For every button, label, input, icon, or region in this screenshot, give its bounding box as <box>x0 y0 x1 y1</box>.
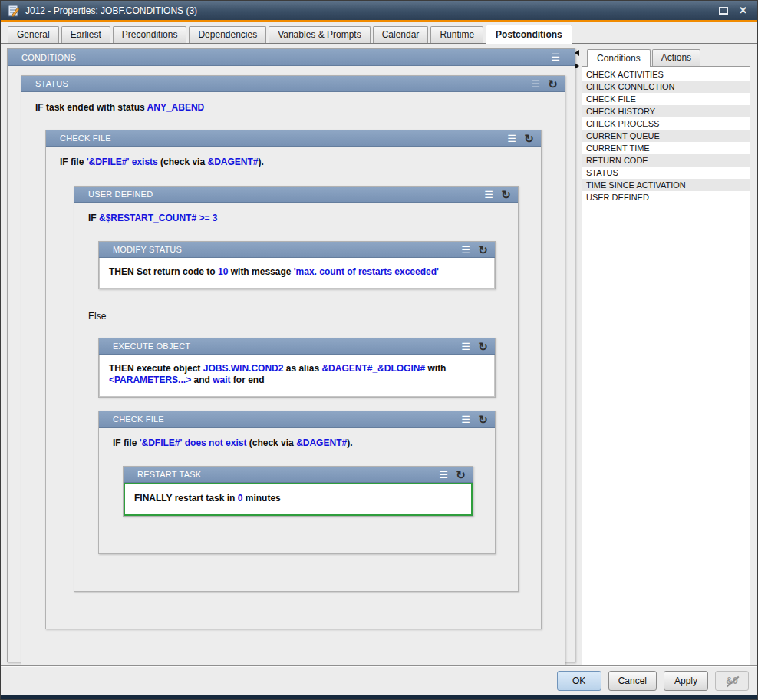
apply-button[interactable]: Apply <box>664 671 708 691</box>
modify-status-block: MODIFY STATUS ☰ ↻ THEN Set return code t… <box>98 241 496 289</box>
tab-variables-prompts[interactable]: Variables & Prompts <box>269 26 371 43</box>
tab-earliest[interactable]: Earliest <box>61 26 110 43</box>
block-header-conditions[interactable]: CONDITIONS ☰ <box>8 49 575 66</box>
refresh-icon[interactable]: ↻ <box>501 189 511 200</box>
restart-task-block: RESTART TASK ☰ ↻ FINALLY restart task in… <box>123 466 473 517</box>
menu-icon[interactable]: ☰ <box>439 470 448 480</box>
block-header-restart-task[interactable]: RESTART TASK ☰ ↻ <box>124 467 473 483</box>
block-title: CONDITIONS <box>21 53 76 62</box>
menu-icon[interactable]: ☰ <box>531 79 540 89</box>
block-header-modify-status[interactable]: MODIFY STATUS ☰ ↻ <box>99 242 495 258</box>
block-header-user-defined[interactable]: USER DEFINED ☰ ↻ <box>74 187 518 203</box>
close-button[interactable]: ✕ <box>739 5 747 15</box>
block-title: CHECK FILE <box>60 134 111 143</box>
variables-toggle-button[interactable]: &0 <box>715 671 749 691</box>
tab-preconditions[interactable]: Preconditions <box>113 26 187 43</box>
block-header-check-file[interactable]: CHECK FILE ☰ ↻ <box>46 130 541 147</box>
palette-list: CHECK ACTIVITIES CHECK CONNECTION CHECK … <box>582 66 750 667</box>
user-defined-condition-text[interactable]: IF &$RESTART_COUNT# >= 3 <box>88 213 507 224</box>
block-title: EXECUTE OBJECT <box>113 342 190 351</box>
palette-item-check-process[interactable]: CHECK PROCESS <box>582 117 750 130</box>
block-title: MODIFY STATUS <box>113 245 182 254</box>
collapse-right-icon[interactable] <box>575 63 579 69</box>
dialog-button-bar: OK Cancel Apply &0 <box>1 665 757 695</box>
block-header-execute-object[interactable]: EXECUTE OBJECT ☰ ↻ <box>99 338 495 355</box>
palette-item-check-connection[interactable]: CHECK CONNECTION <box>582 81 750 93</box>
execute-object-action-text[interactable]: THEN execute object JOBS.WIN.COND2 as al… <box>99 355 495 397</box>
palette-item-check-file[interactable]: CHECK FILE <box>582 93 750 105</box>
tab-dependencies[interactable]: Dependencies <box>189 26 266 43</box>
restart-task-action-text[interactable]: FINALLY restart task in 0 minutes <box>124 483 473 516</box>
properties-window: J012 - Properties: JOBF.CONDITIONS (3) ✕… <box>0 0 758 700</box>
window-title: J012 - Properties: JOBF.CONDITIONS (3) <box>25 5 714 16</box>
block-header-check-file[interactable]: CHECK FILE ☰ ↻ <box>99 411 495 428</box>
execute-object-block: EXECUTE OBJECT ☰ ↻ THEN execute object J… <box>98 338 496 398</box>
refresh-icon[interactable]: ↻ <box>456 469 466 480</box>
palette-item-user-defined[interactable]: USER DEFINED <box>582 191 750 203</box>
menu-icon[interactable]: ☰ <box>461 414 470 424</box>
titlebar[interactable]: J012 - Properties: JOBF.CONDITIONS (3) ✕ <box>1 1 757 20</box>
palette-item-current-time[interactable]: CURRENT TIME <box>582 142 750 154</box>
ok-button[interactable]: OK <box>557 671 601 691</box>
maximize-button[interactable] <box>719 7 728 15</box>
menu-icon[interactable]: ☰ <box>461 342 470 352</box>
check-file-condition-text[interactable]: IF file '&DFILE#' exists (check via &DAG… <box>60 157 530 168</box>
refresh-icon[interactable]: ↻ <box>478 414 488 425</box>
refresh-icon[interactable]: ↻ <box>478 341 488 352</box>
menu-icon[interactable]: ☰ <box>551 52 560 62</box>
block-title: RESTART TASK <box>137 470 201 479</box>
palette-item-status[interactable]: STATUS <box>582 167 750 179</box>
refresh-icon[interactable]: ↻ <box>548 78 558 90</box>
modify-status-action-text[interactable]: THEN Set return code to 10 with message … <box>99 258 495 289</box>
tab-postconditions[interactable]: Postconditions <box>486 25 572 44</box>
content-area: CONDITIONS ☰ STATUS ☰ ↻ IF task ended wi… <box>1 44 757 665</box>
status-condition-text[interactable]: IF task ended with status ANY_ABEND <box>35 102 554 114</box>
palette-item-time-since-activation[interactable]: TIME SINCE ACTIVATION <box>582 179 750 191</box>
refresh-icon[interactable]: ↻ <box>524 133 534 144</box>
user-defined-block: USER DEFINED ☰ ↻ IF &$RESTART_COUNT# >= … <box>74 186 519 592</box>
refresh-icon[interactable]: ↻ <box>478 244 488 256</box>
check-file-block: CHECK FILE ☰ ↻ IF file '&DFILE#' exists … <box>45 130 542 629</box>
block-title: STATUS <box>35 79 68 88</box>
status-block: STATUS ☰ ↻ IF task ended with status ANY… <box>21 75 565 667</box>
window-bottom-bar <box>1 695 757 699</box>
tab-actions[interactable]: Actions <box>652 49 700 66</box>
menu-icon[interactable]: ☰ <box>484 190 493 200</box>
palette-item-return-code[interactable]: RETURN CODE <box>582 154 750 167</box>
palette-sidebar: Conditions Actions CHECK ACTIVITIES CHEC… <box>582 47 750 667</box>
menu-icon[interactable]: ☰ <box>507 134 516 144</box>
check-file-condition-text[interactable]: IF file '&DFILE#' does not exist (check … <box>113 438 484 449</box>
collapse-left-icon[interactable] <box>575 50 579 56</box>
panel-splitter <box>575 50 581 69</box>
cancel-button[interactable]: Cancel <box>608 671 657 691</box>
tab-runtime[interactable]: Runtime <box>430 26 483 43</box>
pencil-document-icon <box>8 5 20 17</box>
tab-bar: General Earliest Preconditions Dependenc… <box>1 22 757 44</box>
menu-icon[interactable]: ☰ <box>461 245 470 255</box>
check-file-block: CHECK FILE ☰ ↻ IF file '&DFILE#' does no… <box>98 411 496 554</box>
block-title: CHECK FILE <box>113 414 164 424</box>
block-header-status[interactable]: STATUS ☰ ↻ <box>21 76 565 92</box>
block-title: USER DEFINED <box>88 190 153 199</box>
tab-calendar[interactable]: Calendar <box>373 26 429 43</box>
palette-item-check-activities[interactable]: CHECK ACTIVITIES <box>582 68 750 81</box>
conditions-panel: CONDITIONS ☰ STATUS ☰ ↻ IF task ended wi… <box>7 48 575 662</box>
tab-general[interactable]: General <box>8 26 59 43</box>
palette-tab-bar: Conditions Actions <box>582 47 750 66</box>
else-label: Else <box>88 311 507 322</box>
palette-item-check-history[interactable]: CHECK HISTORY <box>582 105 750 117</box>
palette-item-current-queue[interactable]: CURRENT QUEUE <box>582 130 750 142</box>
tab-conditions[interactable]: Conditions <box>587 49 651 67</box>
